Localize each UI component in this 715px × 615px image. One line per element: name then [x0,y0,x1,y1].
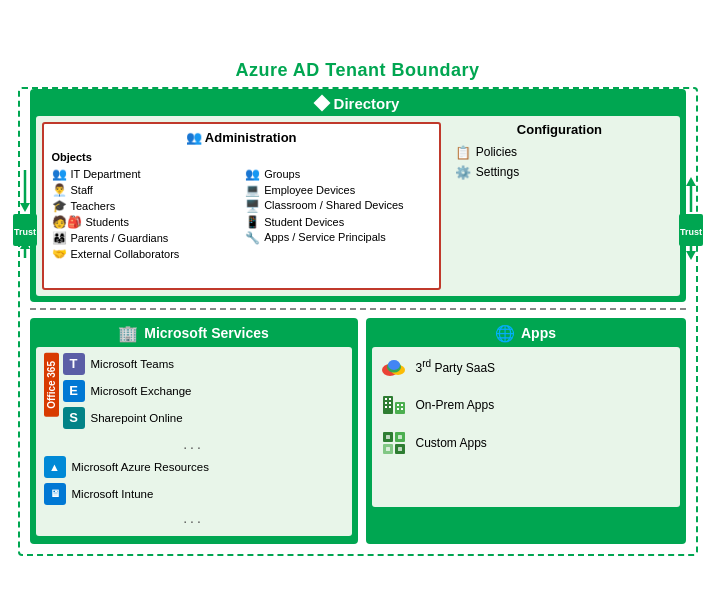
it-dept-label: IT Department [71,168,141,180]
svg-text:Trust: Trust [13,227,35,237]
classroom-label: Classroom / Shared Devices [264,199,403,212]
svg-text:Trust: Trust [679,227,701,237]
ellipsis-2: ... [44,510,344,526]
students-icon: 🧑‍🎒 [52,215,82,229]
objects-grid: 👥 IT Department 👥 Groups 👨‍💼 Staff [52,167,431,261]
saas-item: 3rd Party SaaS [380,353,672,381]
obj-apps-svc: 🔧 Apps / Service Principals [245,231,431,245]
apps-globe-icon: 🌐 [495,324,515,343]
obj-parents: 👨‍👩‍👧 Parents / Guardians [52,231,238,245]
office365-badge: Office 365 [44,353,59,417]
svg-rect-26 [397,408,399,410]
settings-label: Settings [476,165,519,179]
svg-rect-21 [385,406,387,408]
custom-item: Custom Apps [380,429,672,457]
student-devices-icon: 📱 [245,215,260,229]
custom-icon-wrap [380,429,408,457]
onprem-building-icon [381,392,407,418]
ellipsis-1: ... [44,436,344,452]
teachers-icon: 🎓 [52,199,67,213]
admin-section: 👥 Administration Objects 👥 IT Department… [42,122,441,290]
emp-devices-icon: 💻 [245,183,260,197]
ms-services-group: Office 365 T Microsoft Teams E Microsoft… [44,353,344,434]
teams-label: Microsoft Teams [91,358,175,370]
svg-rect-22 [389,406,391,408]
outer-container: Trust Trust Azure AD Tenant Boundary Dir… [18,50,698,566]
svg-rect-20 [389,402,391,404]
apps-header: 🌐 Apps [366,318,686,347]
azure-label: Microsoft Azure Resources [72,461,209,473]
objects-label: Objects [52,151,431,163]
student-devices-label: Student Devices [264,216,344,228]
students-label: Students [86,216,129,228]
svg-point-15 [388,360,400,370]
admin-label: Administration [205,130,297,145]
obj-it-dept: 👥 IT Department [52,167,238,181]
svg-marker-6 [686,177,696,186]
groups-icon: 👥 [245,167,260,181]
intune-label: Microsoft Intune [72,488,154,500]
ms-services-list: T Microsoft Teams E Microsoft Exchange S… [63,353,344,434]
obj-groups: 👥 Groups [245,167,431,181]
external-icon: 🤝 [52,247,67,261]
tenant-title: Azure AD Tenant Boundary [18,60,698,81]
directory-header: Directory [30,89,686,116]
parents-icon: 👨‍👩‍👧 [52,231,67,245]
onprem-icon-wrap [380,391,408,419]
svg-rect-17 [385,398,387,400]
obj-staff: 👨‍💼 Staff [52,183,238,197]
sharepoint-item: S Sharepoint Online [63,407,344,429]
teachers-label: Teachers [71,200,116,212]
sharepoint-label: Sharepoint Online [91,412,183,424]
ms-services-title: Microsoft Services [144,325,269,341]
svg-rect-23 [395,402,405,414]
azure-item: ▲ Microsoft Azure Resources [44,456,344,478]
policies-icon: 📋 [455,145,471,160]
custom-apps-icon [381,430,407,456]
directory-diamond-icon [313,95,330,112]
ms-services-box: 🏢 Microsoft Services Office 365 T Micros… [30,318,358,544]
onprem-item: On-Prem Apps [380,391,672,419]
trust-right: Trust [676,170,706,260]
exchange-item: E Microsoft Exchange [63,380,344,402]
admin-person-icon: 👥 [186,130,202,145]
apps-svc-label: Apps / Service Principals [264,231,386,244]
external-label: External Collaborators [71,248,180,260]
apps-svc-icon: 🔧 [245,231,260,245]
parents-label: Parents / Guardians [71,232,169,244]
svg-rect-35 [398,447,402,451]
svg-marker-11 [686,251,696,260]
svg-rect-24 [397,404,399,406]
exchange-label: Microsoft Exchange [91,385,192,397]
saas-cloud-icon [380,356,408,378]
ms-services-inner: Office 365 T Microsoft Teams E Microsoft… [36,347,352,536]
saas-label: 3rd Party SaaS [416,358,496,375]
obj-classroom: 🖥️ Classroom / Shared Devices [245,199,431,213]
settings-icon: ⚙️ [455,165,471,180]
obj-student-devices: 📱 Student Devices [245,215,431,229]
ms-icon: 🏢 [118,324,138,343]
it-dept-icon: 👥 [52,167,67,181]
config-section: Configuration 📋 Policies ⚙️ Settings [447,116,672,296]
custom-apps-label: Custom Apps [416,436,487,450]
intune-item: 🖥 Microsoft Intune [44,483,344,505]
svg-rect-34 [386,447,390,451]
section-divider [30,308,686,310]
config-settings: ⚙️ Settings [455,165,664,180]
exchange-icon: E [63,380,85,402]
svg-rect-33 [398,435,402,439]
teams-icon: T [63,353,85,375]
svg-rect-25 [401,404,403,406]
svg-marker-1 [20,203,30,212]
obj-teachers: 🎓 Teachers [52,199,238,213]
teams-item: T Microsoft Teams [63,353,344,375]
svg-rect-19 [385,402,387,404]
apps-title: Apps [521,325,556,341]
svg-rect-18 [389,398,391,400]
svg-rect-27 [401,408,403,410]
admin-header: 👥 Administration [52,130,431,145]
directory-box: Directory 👥 Administration Objects 👥 IT … [30,89,686,302]
groups-label: Groups [264,168,300,180]
directory-title: Directory [334,95,400,112]
saas-icon-wrap [380,353,408,381]
